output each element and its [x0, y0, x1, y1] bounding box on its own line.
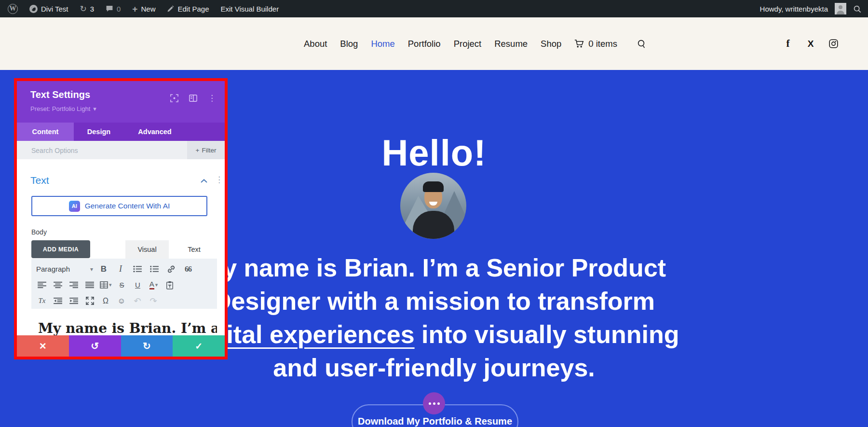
admin-bar-left: W Divi Test ↻ 3 0 + New: [0, 4, 279, 14]
bullet-list-button[interactable]: [132, 263, 143, 275]
undo-action-button[interactable]: ↺: [69, 335, 121, 357]
table-button[interactable]: ▾: [100, 279, 112, 291]
exit-visual-builder[interactable]: Exit Visual Builder: [221, 5, 279, 13]
instagram-icon[interactable]: [828, 39, 838, 49]
focus-mode-icon[interactable]: [170, 94, 178, 102]
emoticon-button[interactable]: ☺: [116, 295, 127, 307]
search-options-input[interactable]: [30, 141, 148, 160]
tab-content[interactable]: Content: [17, 123, 74, 141]
outdent-button[interactable]: [52, 295, 64, 307]
paste-as-text-button[interactable]: [164, 279, 176, 291]
text-color-button[interactable]: A ▾: [148, 279, 160, 291]
text-color-glyph: A: [149, 280, 154, 289]
nav-item-shop[interactable]: Shop: [541, 39, 561, 49]
edit-page-menu[interactable]: Edit Page: [167, 5, 209, 13]
pencil-icon: [167, 5, 174, 13]
editor-toolbar: Paragraph ▾ B I 66: [31, 259, 217, 309]
nav-item-project[interactable]: Project: [454, 39, 482, 49]
social-links: f X: [783, 17, 838, 70]
bold-button[interactable]: B: [98, 263, 109, 275]
howdy-label: Howdy, writtenbyekta: [760, 5, 828, 13]
ai-button-label: Generate Content With AI: [85, 202, 170, 210]
filter-button[interactable]: + Filter: [187, 141, 225, 159]
howdy-menu[interactable]: Howdy, writtenbyekta: [760, 5, 828, 13]
generate-content-ai-button[interactable]: AI Generate Content With AI: [31, 196, 207, 216]
redo-action-button[interactable]: ↻: [121, 335, 173, 357]
search-icon: [853, 5, 861, 13]
main-nav: About Blog Home Portfolio Project Resume…: [304, 17, 646, 70]
blockquote-button[interactable]: 66: [182, 263, 194, 275]
preset-label: Preset: Portfolio Light: [30, 105, 90, 112]
undo-button[interactable]: ↶: [132, 295, 143, 307]
module-options-dots-button[interactable]: [423, 392, 445, 414]
fullscreen-button[interactable]: [84, 295, 95, 307]
align-left-button[interactable]: [36, 279, 48, 291]
preset-selector[interactable]: Preset: Portfolio Light ▾: [30, 105, 96, 112]
options-search-bar: + Filter: [17, 141, 225, 159]
comment-icon: [106, 5, 113, 13]
cart-count-label: 0 items: [588, 39, 617, 49]
filter-label: Filter: [202, 147, 216, 154]
add-media-button[interactable]: ADD MEDIA: [31, 240, 90, 258]
save-button[interactable]: ✓: [173, 335, 225, 357]
site-icon: [29, 5, 38, 13]
caret-down-icon: ▾: [109, 282, 112, 288]
nav-item-portfolio[interactable]: Portfolio: [408, 39, 441, 49]
paragraph-format-dropdown[interactable]: Paragraph ▾: [36, 265, 93, 273]
align-right-button[interactable]: [68, 279, 80, 291]
wp-logo-menu[interactable]: W: [8, 4, 18, 14]
link-button[interactable]: [165, 263, 177, 275]
facebook-icon[interactable]: f: [783, 39, 793, 49]
new-menu[interactable]: + New: [132, 4, 155, 14]
italic-button[interactable]: I: [115, 263, 126, 275]
x-twitter-icon[interactable]: X: [806, 39, 815, 49]
discard-button[interactable]: ×: [17, 335, 69, 357]
updates-menu[interactable]: ↻ 3: [80, 5, 94, 13]
update-count: 3: [90, 5, 94, 13]
align-center-button[interactable]: [52, 279, 64, 291]
text-section-title: Text: [30, 175, 49, 186]
chevron-up-icon[interactable]: [201, 179, 207, 183]
plus-icon: +: [196, 147, 200, 154]
clear-formatting-button[interactable]: Tx: [36, 295, 48, 307]
wp-admin-bar: W Divi Test ↻ 3 0 + New: [0, 0, 868, 17]
underline-button[interactable]: U: [132, 279, 144, 291]
page: W Divi Test ↻ 3 0 + New: [0, 0, 868, 427]
text-settings-modal: Text Settings Preset: Portfolio Light ▾ …: [14, 78, 228, 359]
update-icon: ↻: [80, 5, 86, 13]
user-avatar[interactable]: [835, 3, 846, 14]
tab-advanced[interactable]: Advanced: [124, 123, 186, 141]
cart-link[interactable]: 0 items: [574, 39, 617, 49]
ai-badge-icon: AI: [69, 201, 80, 212]
nav-item-home[interactable]: Home: [371, 39, 394, 49]
profile-photo: [400, 173, 466, 239]
caret-down-icon: ▾: [90, 266, 93, 273]
special-character-button[interactable]: Ω: [100, 295, 111, 307]
wordpress-logo-icon: W: [8, 4, 18, 14]
text-section-kebab-icon[interactable]: ⋮: [215, 176, 223, 184]
editor-content-text: My name is Brian. I’m a: [38, 320, 217, 336]
exit-visual-builder-label: Exit Visual Builder: [221, 5, 279, 13]
site-name-menu[interactable]: Divi Test: [29, 5, 68, 13]
snap-panel-icon[interactable]: [189, 94, 197, 102]
strikethrough-button[interactable]: S: [116, 279, 128, 291]
cart-icon: [574, 39, 584, 48]
justify-button[interactable]: [84, 279, 95, 291]
site-name-label: Divi Test: [41, 5, 68, 13]
admin-search-button[interactable]: [853, 5, 861, 13]
kebab-menu-icon[interactable]: ⋮: [208, 94, 216, 102]
search-icon: [637, 39, 646, 48]
nav-item-about[interactable]: About: [304, 39, 327, 49]
editor-tab-visual[interactable]: Visual: [125, 240, 169, 259]
site-header: About Blog Home Portfolio Project Resume…: [0, 17, 868, 70]
nav-item-resume[interactable]: Resume: [494, 39, 528, 49]
edit-page-label: Edit Page: [177, 5, 209, 13]
editor-tab-text[interactable]: Text: [171, 240, 217, 259]
redo-button[interactable]: ↷: [148, 295, 159, 307]
numbered-list-button[interactable]: [149, 263, 160, 275]
header-search-button[interactable]: [637, 39, 646, 48]
indent-button[interactable]: [68, 295, 80, 307]
tab-design[interactable]: Design: [74, 123, 124, 141]
nav-item-blog[interactable]: Blog: [340, 39, 358, 49]
comments-menu[interactable]: 0: [106, 5, 121, 13]
